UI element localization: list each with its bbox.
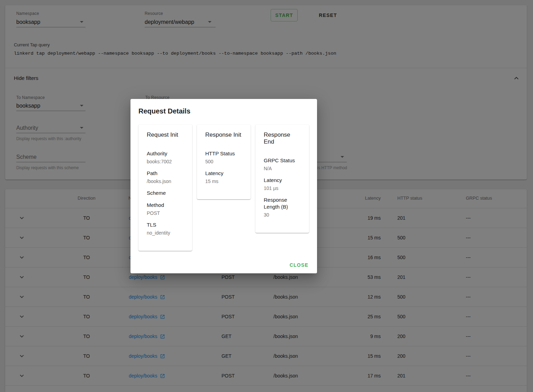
detail-field-label: Authority (147, 150, 184, 157)
detail-field: HTTP Status 500 (205, 150, 242, 165)
detail-card-title: Response End (264, 131, 301, 145)
detail-card-fields: GRPC Status N/A Latency 101 µs Response … (264, 157, 301, 218)
detail-field-label: Latency (205, 170, 242, 177)
detail-card-fields: HTTP Status 500 Latency 15 ms (205, 150, 242, 184)
tap-page: Namespace booksapp Resource deployment/w… (0, 0, 533, 392)
detail-field-value: /books.json (147, 178, 184, 184)
detail-field: Latency 15 ms (205, 170, 242, 184)
detail-field-value: POST (147, 210, 184, 216)
detail-field-value: 15 ms (205, 178, 242, 184)
detail-field-value: books:7002 (147, 158, 184, 165)
detail-field: Path /books.json (147, 170, 184, 184)
detail-field-label: HTTP Status (205, 150, 242, 157)
detail-field: Authority books:7002 (147, 150, 184, 165)
detail-card: Response End GRPC Status N/A Latency 101… (255, 125, 309, 233)
detail-field-label: TLS (147, 221, 184, 228)
detail-field-value: N/A (264, 165, 301, 172)
detail-card-fields: Authority books:7002 Path /books.json Sc… (147, 150, 184, 236)
detail-field-value: 101 µs (264, 185, 301, 191)
detail-field-label: Response Length (B) (264, 197, 301, 210)
detail-field-label: Path (147, 170, 184, 177)
dialog-title: Request Details (138, 107, 190, 115)
detail-field-label: Method (147, 202, 184, 209)
detail-field-value: 30 (264, 212, 301, 218)
detail-field: Response Length (B) 30 (264, 197, 301, 218)
detail-field: GRPC Status N/A (264, 157, 301, 172)
request-details-dialog: Request Details Request Init Authority b… (130, 99, 317, 273)
detail-field: Method POST (147, 202, 184, 216)
detail-field: Scheme (147, 190, 184, 197)
detail-card-title: Response Init (205, 131, 242, 138)
detail-card: Request Init Authority books:7002 Path /… (138, 125, 192, 251)
detail-field: Latency 101 µs (264, 177, 301, 191)
close-button[interactable]: CLOSE (290, 262, 308, 268)
detail-field-label: GRPC Status (264, 157, 301, 164)
detail-field-label: Scheme (147, 190, 184, 197)
detail-field-label: Latency (264, 177, 301, 184)
detail-field: TLS no_identity (147, 221, 184, 236)
detail-field-value: 500 (205, 158, 242, 165)
detail-cards: Request Init Authority books:7002 Path /… (138, 125, 309, 251)
detail-card-title: Request Init (147, 131, 184, 138)
detail-card: Response Init HTTP Status 500 Latency 15… (197, 125, 251, 199)
detail-field-value: no_identity (147, 230, 184, 236)
